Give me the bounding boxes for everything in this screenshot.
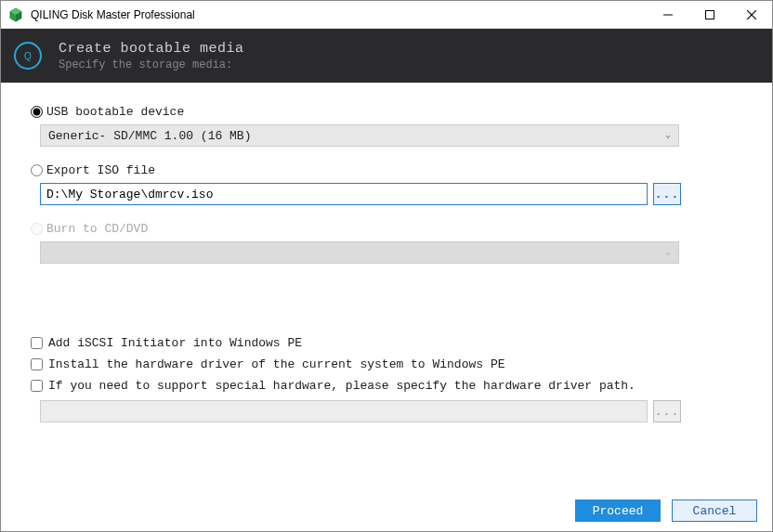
header-subtitle: Specify the storage media:: [59, 58, 244, 71]
minimize-icon: [663, 10, 673, 19]
check-driver-current-row[interactable]: Install the hardware driver of the curre…: [31, 357, 742, 371]
radio-cd-label: Burn to CD/DVD: [46, 222, 148, 236]
app-logo-icon: [8, 7, 23, 22]
chevron-down-icon: ⌄: [665, 246, 671, 257]
check-driver-path-row[interactable]: If you need to support special hardware,…: [31, 379, 742, 393]
check-driver-current[interactable]: [31, 358, 43, 370]
driver-path-input: [40, 400, 648, 422]
close-icon: [747, 10, 756, 19]
titlebar: QILING Disk Master Professional: [1, 1, 772, 29]
iso-path-input[interactable]: [40, 183, 648, 205]
svg-rect-4: [705, 10, 714, 19]
cancel-button[interactable]: Cancel: [672, 500, 757, 522]
window-title: QILING Disk Master Professional: [31, 8, 647, 21]
maximize-button[interactable]: [688, 1, 730, 29]
content-area: USB bootable device Generic- SD/MMC 1.00…: [1, 83, 772, 490]
radio-usb-row[interactable]: USB bootable device: [31, 105, 742, 119]
cd-device-select: ⌄: [40, 241, 679, 264]
radio-cd: [31, 223, 43, 235]
maximize-icon: [705, 10, 714, 19]
check-iscsi-row[interactable]: Add iSCSI Initiator into Windows PE: [31, 336, 742, 350]
usb-device-value: Generic- SD/MMC 1.00 (16 MB): [48, 129, 251, 143]
footer: Proceed Cancel: [1, 490, 772, 531]
radio-cd-row: Burn to CD/DVD: [31, 222, 742, 236]
close-button[interactable]: [730, 1, 772, 29]
proceed-button[interactable]: Proceed: [575, 500, 661, 522]
check-iscsi[interactable]: [31, 337, 43, 349]
check-driver-path[interactable]: [31, 380, 43, 392]
iso-browse-button[interactable]: ...: [653, 183, 681, 205]
header-title: Create bootable media: [59, 41, 244, 57]
header-ring-icon: Q: [14, 42, 42, 70]
wizard-header: Q Create bootable media Specify the stor…: [1, 29, 772, 83]
check-driver-path-label: If you need to support special hardware,…: [48, 379, 635, 393]
radio-iso-label: Export ISO file: [46, 163, 155, 177]
radio-usb-label: USB bootable device: [46, 105, 184, 119]
driver-browse-button: ...: [653, 400, 681, 422]
radio-usb[interactable]: [31, 106, 43, 118]
usb-device-select[interactable]: Generic- SD/MMC 1.00 (16 MB) ⌄: [40, 124, 679, 147]
radio-iso-row[interactable]: Export ISO file: [31, 163, 742, 177]
minimize-button[interactable]: [647, 1, 688, 29]
check-iscsi-label: Add iSCSI Initiator into Windows PE: [48, 336, 302, 350]
check-driver-current-label: Install the hardware driver of the curre…: [48, 357, 504, 371]
chevron-down-icon: ⌄: [665, 129, 671, 140]
radio-iso[interactable]: [31, 164, 43, 176]
